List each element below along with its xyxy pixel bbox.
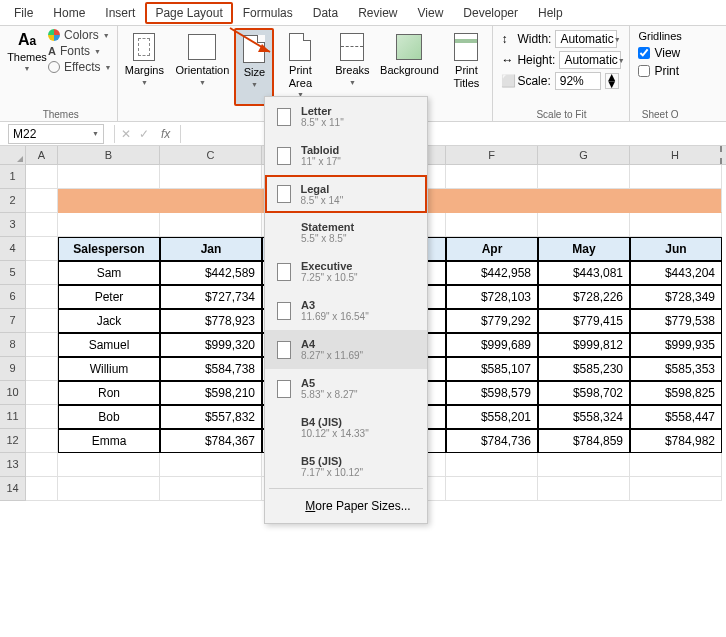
paper-size-letter[interactable]: Letter8.5" x 11" (265, 97, 427, 136)
menu-view[interactable]: View (408, 2, 454, 24)
cell[interactable] (630, 477, 722, 501)
cell[interactable] (26, 381, 58, 405)
row-header[interactable]: 8 (0, 333, 26, 357)
col-header-G[interactable]: G (538, 146, 630, 164)
cell[interactable] (26, 405, 58, 429)
cell[interactable] (58, 189, 160, 213)
cell[interactable] (58, 165, 160, 189)
cell[interactable] (26, 189, 58, 213)
cell[interactable] (58, 477, 160, 501)
row-header[interactable]: 2 (0, 189, 26, 213)
name-box[interactable]: M22▼ (8, 124, 104, 144)
cell[interactable] (26, 453, 58, 477)
row-header[interactable]: 11 (0, 405, 26, 429)
cell[interactable] (538, 453, 630, 477)
cell[interactable]: $778,923 (160, 309, 262, 333)
fonts-button[interactable]: AFonts▼ (48, 44, 111, 58)
menu-data[interactable]: Data (303, 2, 348, 24)
cell[interactable] (26, 333, 58, 357)
cell[interactable]: $442,958 (446, 261, 538, 285)
cell[interactable] (26, 261, 58, 285)
menu-page-layout[interactable]: Page Layout (145, 2, 232, 24)
cell[interactable]: Bob (58, 405, 160, 429)
cell[interactable]: $784,736 (446, 429, 538, 453)
print-area-button[interactable]: Print Area ▼ (274, 28, 326, 106)
height-select[interactable]: Automatic▼ (559, 51, 621, 69)
cell[interactable] (26, 285, 58, 309)
view-checkbox[interactable]: View (638, 46, 681, 60)
select-all[interactable] (0, 146, 26, 164)
paper-size-a4[interactable]: A48.27" x 11.69" (265, 330, 427, 369)
cell[interactable] (26, 309, 58, 333)
cell[interactable] (26, 429, 58, 453)
cell[interactable] (160, 189, 262, 213)
cell[interactable] (446, 189, 538, 213)
cell[interactable] (630, 453, 722, 477)
cell[interactable] (160, 477, 262, 501)
orientation-button[interactable]: Orientation ▼ (170, 28, 234, 106)
paper-size-b4-jis-[interactable]: B4 (JIS)10.12" x 14.33" (265, 408, 427, 447)
cell[interactable]: $784,982 (630, 429, 722, 453)
paper-size-a3[interactable]: A311.69" x 16.54" (265, 291, 427, 330)
cell[interactable] (538, 477, 630, 501)
cell[interactable] (26, 477, 58, 501)
cell[interactable]: $558,447 (630, 405, 722, 429)
menu-formulas[interactable]: Formulas (233, 2, 303, 24)
row-header[interactable]: 14 (0, 477, 26, 501)
margins-button[interactable]: Margins ▼ (118, 28, 170, 106)
paper-size-b5-jis-[interactable]: B5 (JIS)7.17" x 10.12" (265, 447, 427, 486)
menu-home[interactable]: Home (43, 2, 95, 24)
themes-button[interactable]: Aa Themes ▼ (10, 28, 44, 74)
cell[interactable]: $784,859 (538, 429, 630, 453)
print-checkbox[interactable]: Print (638, 64, 681, 78)
cell[interactable]: $598,210 (160, 381, 262, 405)
cell[interactable]: $999,320 (160, 333, 262, 357)
cell[interactable] (538, 165, 630, 189)
cell[interactable] (446, 477, 538, 501)
cell[interactable]: Samuel (58, 333, 160, 357)
cell[interactable]: May (538, 237, 630, 261)
cell[interactable]: $728,226 (538, 285, 630, 309)
cell[interactable] (26, 165, 58, 189)
cell[interactable]: $999,812 (538, 333, 630, 357)
cell[interactable] (630, 189, 722, 213)
cell[interactable] (58, 453, 160, 477)
cell[interactable] (160, 213, 262, 237)
row-header[interactable]: 12 (0, 429, 26, 453)
cell[interactable] (26, 237, 58, 261)
scale-input[interactable]: 92% (555, 72, 601, 90)
row-header[interactable]: 9 (0, 357, 26, 381)
colors-button[interactable]: Colors▼ (48, 28, 111, 42)
cell[interactable] (446, 453, 538, 477)
row-header[interactable]: 1 (0, 165, 26, 189)
paper-size-executive[interactable]: Executive7.25" x 10.5" (265, 252, 427, 291)
row-header[interactable]: 10 (0, 381, 26, 405)
cell[interactable] (160, 165, 262, 189)
row-header[interactable]: 13 (0, 453, 26, 477)
cell[interactable] (58, 213, 160, 237)
cell[interactable] (538, 213, 630, 237)
menu-help[interactable]: Help (528, 2, 573, 24)
cell[interactable]: Jack (58, 309, 160, 333)
col-header-C[interactable]: C (160, 146, 262, 164)
row-header[interactable]: 4 (0, 237, 26, 261)
col-header-H[interactable]: H (630, 146, 722, 164)
cell[interactable]: $443,081 (538, 261, 630, 285)
cell[interactable]: $728,103 (446, 285, 538, 309)
row-header[interactable]: 3 (0, 213, 26, 237)
menu-developer[interactable]: Developer (453, 2, 528, 24)
cell[interactable]: $999,935 (630, 333, 722, 357)
paper-size-tabloid[interactable]: Tabloid11" x 17" (265, 136, 427, 175)
cell[interactable]: Sam (58, 261, 160, 285)
cell[interactable]: Jun (630, 237, 722, 261)
more-paper-sizes[interactable]: More Paper Sizes... (265, 491, 427, 523)
cell[interactable]: $558,201 (446, 405, 538, 429)
breaks-button[interactable]: Breaks ▼ (326, 28, 378, 106)
cell[interactable]: $585,107 (446, 357, 538, 381)
col-header-A[interactable]: A (26, 146, 58, 164)
cell[interactable]: Salesperson (58, 237, 160, 261)
cell[interactable] (446, 213, 538, 237)
cell[interactable]: Emma (58, 429, 160, 453)
cell[interactable]: $598,579 (446, 381, 538, 405)
cell[interactable]: Peter (58, 285, 160, 309)
